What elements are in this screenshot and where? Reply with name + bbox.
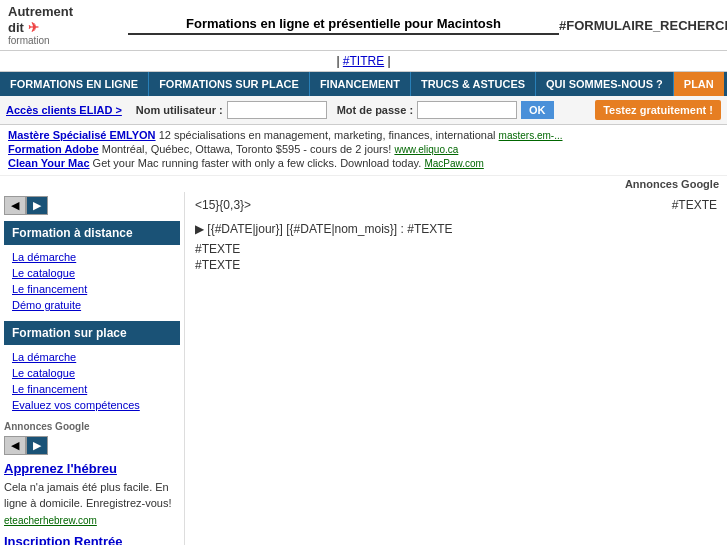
main-texte2: #TEXTE (195, 258, 717, 272)
google-label-text: Annonces Google (625, 178, 719, 190)
ad2-url[interactable]: www.eliquo.ca (394, 144, 458, 155)
sidebar-link-competences[interactable]: Evaluez vos compétences (4, 397, 180, 413)
access-label[interactable]: Accès clients ELIAD > (6, 104, 122, 116)
header-search-label: #FORMULAIRE_RECHERCHE (559, 18, 719, 33)
sidebar: ◀ ▶ Formation à distance La démarche Le … (0, 192, 185, 545)
main-texte1: #TEXTE (195, 242, 717, 256)
ad1-text: 12 spécialisations en management, market… (159, 129, 496, 141)
sidebar-nav-buttons: ◀ ▶ (4, 196, 180, 215)
sidebar-ad1-text: Cela n'a jamais été plus facile. En lign… (4, 480, 180, 511)
ok-button[interactable]: OK (521, 101, 554, 119)
ad1-url[interactable]: masters.em-... (499, 130, 563, 141)
password-section: Mot de passe : OK (337, 101, 554, 119)
test-button[interactable]: Testez gratuitement ! (595, 100, 721, 120)
ad3-text: Get your Mac running faster with only a … (93, 157, 422, 169)
username-label: Nom utilisateur : (136, 104, 223, 116)
sidebar-section2-header: Formation sur place (4, 321, 180, 345)
sidebar-ads-prev-button[interactable]: ◀ (4, 436, 26, 455)
username-input[interactable] (227, 101, 327, 119)
ad3-url[interactable]: MacPaw.com (424, 158, 483, 169)
logo-line2: dit (8, 20, 24, 35)
sidebar-ads-next-button[interactable]: ▶ (26, 436, 48, 455)
logo-sub: formation (8, 35, 128, 46)
main-hash-texte-right: #TEXTE (672, 198, 717, 212)
ad2-text: Montréal, Québec, Ottawa, Toronto $595 -… (102, 143, 392, 155)
main-date-line: ▶ [{#DATE|jour}] [{#DATE|nom_mois}] : #T… (195, 222, 717, 236)
ad3-link[interactable]: Clean Your Mac (8, 157, 90, 169)
header: Autrement dit ✈ formation Formations en … (0, 0, 727, 51)
content-wrapper: ◀ ▶ Formation à distance La démarche Le … (0, 192, 727, 545)
loginbar: Accès clients ELIAD > Nom utilisateur : … (0, 96, 727, 125)
sidebar-link-catalogue1[interactable]: Le catalogue (4, 265, 180, 281)
ads-row: Mastère Spécialisé EMLYON 12 spécialisat… (0, 125, 727, 176)
sidebar-google-label: Annonces Google (4, 421, 90, 432)
sidebar-link-demarche1[interactable]: La démarche (4, 249, 180, 265)
main-template-code: <15}{0,3}> (195, 198, 251, 212)
logo-line1: Autrement (8, 4, 73, 19)
sidebar-ad2-title[interactable]: Inscription Rentrée (4, 534, 180, 545)
password-input[interactable] (417, 101, 517, 119)
password-label: Mot de passe : (337, 104, 413, 116)
header-title: Formations en ligne et présentielle pour… (128, 16, 559, 31)
main-content: <15}{0,3}> #TEXTE ▶ [{#DATE|jour}] [{#DA… (185, 192, 727, 545)
ad-line-3: Clean Your Mac Get your Mac running fast… (8, 157, 719, 169)
nav-plan[interactable]: PLAN (674, 72, 724, 96)
sidebar-ads-label: Annonces Google (4, 421, 180, 432)
sidebar-link-catalogue2[interactable]: Le catalogue (4, 365, 180, 381)
ad-line-2: Formation Adobe Montréal, Québec, Ottawa… (8, 143, 719, 155)
sidebar-ads-nav: ◀ ▶ (4, 436, 180, 455)
logo: Autrement dit ✈ formation (8, 4, 128, 46)
username-section: Nom utilisateur : (136, 101, 327, 119)
nav-trucs-astuces[interactable]: TRUCS & ASTUCES (411, 72, 536, 96)
sidebar-link-demo[interactable]: Démo gratuite (4, 297, 180, 313)
sidebar-link-demarche2[interactable]: La démarche (4, 349, 180, 365)
nav-financement[interactable]: FINANCEMENT (310, 72, 411, 96)
nav-qui-sommes-nous[interactable]: QUI SOMMES-NOUS ? (536, 72, 674, 96)
sidebar-section1-header: Formation à distance (4, 221, 180, 245)
nav-formations-en-ligne[interactable]: FORMATIONS EN LIGNE (0, 72, 149, 96)
sidebar-link-financement1[interactable]: Le financement (4, 281, 180, 297)
google-ads-label: Annonces Google (0, 176, 727, 192)
sidebar-prev-button[interactable]: ◀ (4, 196, 26, 215)
ad-line-1: Mastère Spécialisé EMLYON 12 spécialisat… (8, 129, 719, 141)
ad1-link[interactable]: Mastère Spécialisé EMLYON (8, 129, 156, 141)
header-center-title: Formations en ligne et présentielle pour… (128, 16, 559, 35)
sidebar-link-financement2[interactable]: Le financement (4, 381, 180, 397)
logo-icon: ✈ (28, 20, 39, 35)
titre-link[interactable]: #TITRE (343, 54, 384, 68)
ad2-link[interactable]: Formation Adobe (8, 143, 99, 155)
sidebar-ad1-url[interactable]: eteacherhebrew.com (4, 515, 180, 526)
nav-formations-sur-place[interactable]: FORMATIONS SUR PLACE (149, 72, 310, 96)
navbar: FORMATIONS EN LIGNE FORMATIONS SUR PLACE… (0, 72, 727, 96)
sidebar-ad1-title[interactable]: Apprenez l'hébreu (4, 461, 180, 476)
sidebar-next-button[interactable]: ▶ (26, 196, 48, 215)
subheader: | #TITRE | (0, 51, 727, 72)
access-section: Accès clients ELIAD > (6, 104, 126, 116)
